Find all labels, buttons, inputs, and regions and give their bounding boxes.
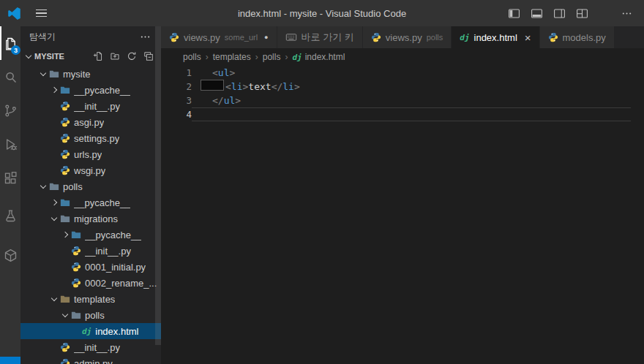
chevron-down-icon — [38, 69, 49, 80]
tree-item-templates[interactable]: templates — [20, 291, 161, 307]
python-icon — [60, 101, 70, 111]
menu-icon[interactable] — [36, 10, 47, 18]
activity-search[interactable] — [0, 60, 20, 94]
activity-source-control[interactable] — [0, 94, 20, 127]
tree-item-__pycache__[interactable]: __pycache__ — [20, 227, 161, 243]
tree-item-__pycache__[interactable]: __pycache__ — [20, 194, 161, 211]
new-file-icon[interactable] — [93, 51, 103, 61]
breadcrumb-separator: › — [285, 52, 288, 62]
tree-item-__init__.py[interactable]: __init__.py — [20, 243, 161, 259]
tab-index.html[interactable]: djindex.html× — [452, 26, 539, 48]
token-punct: < — [225, 81, 231, 92]
line-number: 1 — [161, 66, 192, 80]
tab-views.py[interactable]: views.pysome_url● — [161, 26, 277, 48]
tree-item-0001_initial.py[interactable]: 0001_initial.py — [20, 259, 161, 275]
more-actions-icon[interactable] — [621, 8, 632, 19]
customize-layout-icon[interactable] — [576, 7, 588, 20]
tree-item-label: 0001_initial.py — [85, 262, 146, 273]
chevron-spacer — [71, 326, 82, 337]
tree-item-index.html[interactable]: djindex.html — [20, 323, 161, 339]
toggle-panel-icon[interactable] — [531, 7, 543, 20]
tree-item-settings.py[interactable]: settings.py — [20, 130, 161, 146]
workspace-name: MYSITE — [34, 52, 64, 61]
window-title: index.html - mysite - Visual Studio Code — [110, 8, 534, 19]
activity-bar: 3 — [0, 26, 20, 364]
code-line-3[interactable]: 3</ul> — [161, 94, 644, 107]
activity-extensions[interactable] — [0, 161, 20, 194]
activity-explorer[interactable]: 3 — [0, 26, 20, 60]
token-tag: ul — [218, 67, 230, 78]
search-icon — [3, 69, 18, 85]
tab-바로 가기 키[interactable]: 바로 가기 키 — [277, 26, 363, 48]
tab-models.py[interactable]: models.py — [540, 26, 615, 48]
tab-views.py[interactable]: views.pypolls — [363, 26, 452, 48]
vscode-logo-icon — [7, 7, 21, 20]
python-icon — [60, 358, 70, 364]
token-tag: li — [282, 81, 294, 92]
tree-item-asgi.py[interactable]: asgi.py — [20, 114, 161, 130]
tree-item-polls[interactable]: polls — [20, 307, 161, 323]
breadcrumb-label: polls — [263, 52, 281, 62]
chevron-spacer — [49, 101, 60, 112]
activity-references[interactable] — [0, 238, 20, 272]
tab-label: 바로 가기 키 — [302, 31, 354, 44]
chevron-right-icon — [49, 197, 60, 208]
code-line-2[interactable]: 2<li>text</li> — [161, 80, 644, 94]
tree-item-label: migrations — [74, 213, 118, 224]
toggle-primary-sidebar-icon[interactable] — [508, 7, 520, 20]
tree-item-mysite[interactable]: mysite — [20, 66, 161, 82]
tree-item-migrations[interactable]: migrations — [20, 211, 161, 227]
tree-item-__init__.py[interactable]: __init__.py — [20, 339, 161, 355]
activity-testing[interactable] — [0, 199, 20, 232]
code-line-1[interactable]: 1<ul> — [161, 66, 644, 80]
new-folder-icon[interactable] — [110, 51, 120, 61]
tree-item-wsgi.py[interactable]: wsgi.py — [20, 162, 161, 178]
tree-item-label: __init__.py — [85, 246, 131, 257]
token-punct: > — [229, 67, 235, 78]
tree-item-__pycache__[interactable]: __pycache__ — [20, 82, 161, 98]
breadcrumb-separator: › — [206, 52, 209, 62]
code-editor[interactable]: 1<ul>2<li>text</li>3</ul>4 — [161, 66, 644, 364]
tree-item-urls.py[interactable]: urls.py — [20, 146, 161, 162]
tree-item-label: asgi.py — [74, 117, 104, 128]
collapse-all-icon[interactable] — [143, 51, 154, 61]
chevron-spacer — [49, 133, 60, 144]
tree-item-0002_rename_...[interactable]: 0002_rename_... — [20, 275, 161, 291]
debug-icon — [3, 137, 18, 152]
chevron-spacer — [60, 278, 71, 289]
code-line-4[interactable]: 4 — [161, 107, 644, 121]
token-punct: </ — [272, 81, 283, 92]
breadcrumb-item-polls[interactable]: polls — [263, 52, 281, 62]
toggle-secondary-sidebar-icon[interactable] — [553, 7, 566, 20]
chevron-down-icon — [60, 310, 71, 321]
refresh-icon[interactable] — [127, 51, 137, 61]
workspace-section-header[interactable]: MYSITE — [20, 47, 161, 66]
tree-item-label: __pycache__ — [74, 197, 130, 208]
django-icon: dj — [82, 327, 91, 336]
breadcrumb-item-polls[interactable]: polls — [183, 52, 201, 62]
tree-item-label: __pycache__ — [74, 85, 130, 96]
tree-item-label: polls — [63, 181, 83, 192]
tree-item-polls[interactable]: polls — [20, 178, 161, 194]
tab-description: some_url — [225, 33, 258, 42]
token-tag: li — [231, 81, 243, 92]
sidebar-scrollbar[interactable] — [155, 26, 161, 345]
close-icon[interactable]: × — [525, 32, 531, 43]
sidebar-explorer: 탐색기 MYSITE mysi — [20, 26, 161, 364]
activity-run-debug[interactable] — [0, 127, 20, 161]
tree-item-admin.py[interactable]: admin.py — [20, 355, 161, 364]
tree-item-label: urls.py — [74, 149, 102, 160]
breadcrumb-item-templates[interactable]: templates — [213, 52, 251, 62]
editor-area: views.pysome_url●바로 가기 키views.pypollsdji… — [161, 26, 644, 364]
line-content: <li>text</li> — [192, 80, 631, 94]
chevron-spacer — [49, 149, 60, 160]
token-punct: > — [294, 81, 300, 92]
python-icon — [60, 342, 70, 352]
breadcrumb-item-index.html[interactable]: djindex.html — [292, 52, 345, 62]
explorer-more-actions-icon[interactable] — [140, 31, 151, 42]
breadcrumb-label: polls — [183, 52, 201, 62]
folder-python-icon — [60, 197, 70, 208]
token-punct: > — [235, 95, 241, 106]
folder-python-icon — [60, 85, 70, 95]
tree-item-__init__.py[interactable]: __init__.py — [20, 98, 161, 114]
